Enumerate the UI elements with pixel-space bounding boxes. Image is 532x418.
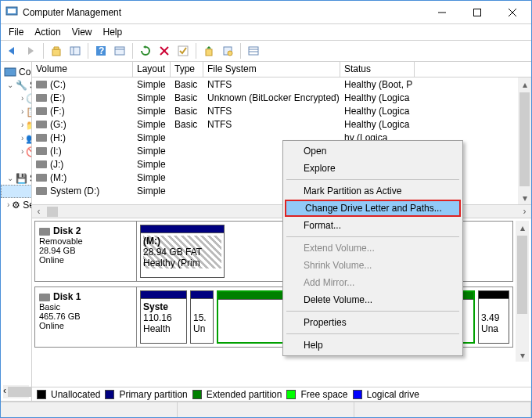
svg-rect-19	[249, 47, 258, 55]
legend-free: Free space	[300, 389, 347, 400]
expand-icon[interactable]: ›	[21, 121, 23, 129]
expand-icon[interactable]: ›	[21, 134, 23, 142]
ctx-change-drive-letter[interactable]: Change Drive Letter and Paths...	[285, 200, 461, 217]
legend-unalloc-swatch	[37, 390, 46, 399]
back-button[interactable]	[4, 43, 20, 59]
tree-scrollbar[interactable]: ‹›	[3, 385, 29, 398]
collapse-icon[interactable]: ⌄	[7, 174, 13, 182]
volume-block[interactable]: (M:)28.94 GB FATHealthy (Prim	[140, 225, 225, 278]
up-button[interactable]	[49, 43, 64, 59]
window-title: Computer Management	[23, 7, 121, 18]
svg-text:?: ?	[99, 45, 104, 56]
menu-file[interactable]: File	[9, 27, 23, 38]
svg-rect-7	[70, 47, 80, 55]
menu-help[interactable]: Help	[103, 27, 123, 38]
volume-block[interactable]: 15.Un	[190, 290, 214, 344]
col-status[interactable]: Status	[340, 62, 415, 77]
action2-button[interactable]	[220, 43, 235, 59]
legend-unalloc: Unallocated	[51, 389, 100, 400]
minimize-button[interactable]	[424, 2, 459, 23]
legend-primary-swatch	[105, 390, 114, 399]
ctx-mirror: Add Mirror...	[285, 274, 461, 291]
svg-rect-22	[5, 68, 16, 76]
ctx-properties[interactable]: Properties	[285, 314, 461, 331]
forward-button[interactable]	[23, 43, 38, 59]
ctx-open[interactable]: Open	[285, 142, 461, 160]
refresh-button[interactable]	[138, 43, 153, 59]
ctx-format[interactable]: Format...	[285, 217, 461, 234]
svg-rect-6	[52, 49, 60, 56]
menu-view[interactable]: View	[72, 27, 92, 38]
scheduler-icon: 🕒	[26, 92, 32, 105]
check-button[interactable]	[175, 43, 191, 59]
list-view-button[interactable]	[246, 43, 261, 59]
svg-rect-3	[473, 9, 480, 16]
ctx-shrink: Shrink Volume...	[285, 257, 461, 274]
volume-row[interactable]: (E:)SimpleBasicUnknown (BitLocker Encryp…	[32, 91, 531, 104]
titlebar: Computer Management	[1, 1, 531, 24]
svg-rect-16	[206, 49, 212, 56]
tree-services[interactable]: Services and Applicati	[23, 200, 32, 211]
toolbar: ?	[1, 40, 531, 62]
action1-button[interactable]	[201, 43, 217, 59]
expand-icon[interactable]: ›	[21, 94, 23, 103]
col-volume[interactable]: Volume	[32, 62, 133, 77]
properties-button[interactable]	[112, 43, 128, 59]
users-icon: 👥	[26, 132, 32, 145]
tree-root[interactable]: Computer Management (	[19, 67, 32, 77]
legend-logical: Logical drive	[367, 389, 419, 400]
collapse-icon[interactable]: ⌄	[7, 81, 13, 89]
statusbar	[1, 402, 531, 417]
event-icon: 📋	[26, 106, 32, 118]
maximize-button[interactable]	[459, 2, 494, 23]
col-layout[interactable]: Layout	[133, 62, 171, 77]
legend: Unallocated Primary partition Extended p…	[32, 387, 531, 401]
volume-row[interactable]: (G:)SimpleBasicNTFSHealthy (Logica	[32, 117, 531, 131]
svg-rect-11	[115, 47, 124, 55]
context-menu: Open Explore Mark Partition as Active Ch…	[282, 140, 463, 356]
legend-logical-swatch	[353, 390, 362, 399]
ctx-extend: Extend Volume...	[285, 240, 461, 257]
computer-icon	[4, 66, 16, 78]
tools-icon: 🔧	[16, 79, 27, 92]
perf-icon: 🚫	[26, 146, 32, 158]
legend-primary: Primary partition	[119, 389, 187, 400]
svg-rect-1	[8, 9, 16, 13]
diskmap-vscroll[interactable]: ▴▾	[516, 221, 529, 362]
ctx-mark[interactable]: Mark Partition as Active	[285, 182, 461, 200]
folder-icon: 📁	[26, 119, 32, 132]
menubar: File Action View Help	[1, 24, 531, 40]
ctx-delete[interactable]: Delete Volume...	[285, 291, 461, 308]
svg-point-18	[228, 51, 232, 56]
help-button[interactable]: ?	[93, 43, 109, 59]
volume-row[interactable]: (F:)SimpleBasicNTFSHealthy (Logica	[32, 104, 531, 117]
col-type[interactable]: Type	[171, 62, 203, 77]
ctx-explore[interactable]: Explore	[285, 160, 461, 177]
expand-icon[interactable]: ›	[7, 200, 9, 209]
navigation-tree[interactable]: Computer Management ( ⌄🔧System Tools ›🕒T…	[1, 62, 32, 401]
volume-block[interactable]: Syste110.16Health	[140, 290, 187, 344]
expand-icon[interactable]: ›	[21, 147, 23, 156]
volume-row[interactable]: (C:)SimpleBasicNTFSHealthy (Boot, P	[32, 77, 531, 91]
close-button[interactable]	[494, 2, 530, 23]
services-icon: ⚙	[12, 199, 20, 211]
volume-block[interactable]: 3.49Una	[478, 290, 509, 344]
app-icon	[5, 5, 18, 20]
delete-button[interactable]	[156, 43, 172, 59]
legend-ext-swatch	[192, 390, 202, 399]
menu-action[interactable]: Action	[34, 27, 60, 38]
ctx-help[interactable]: Help	[285, 337, 461, 354]
storage-icon: 💾	[16, 172, 27, 185]
expand-icon[interactable]: ›	[21, 107, 23, 116]
list-vscroll[interactable]: ▴▾	[518, 77, 531, 204]
legend-ext: Extended partition	[207, 389, 282, 400]
col-fs[interactable]: File System	[203, 62, 340, 77]
legend-free-swatch	[286, 390, 296, 399]
show-hide-tree-button[interactable]	[67, 43, 83, 59]
